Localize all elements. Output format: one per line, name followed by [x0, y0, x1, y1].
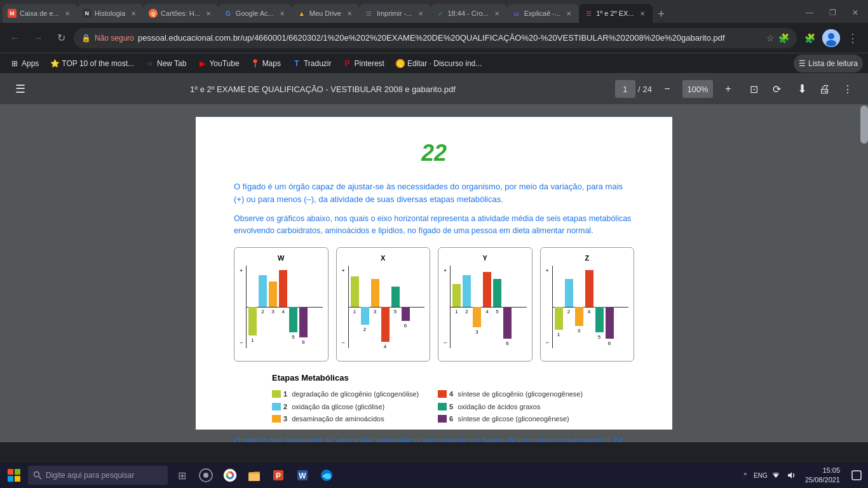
- tab-notion[interactable]: N Histologia ✕: [78, 4, 144, 23]
- top10-icon: ⭐: [50, 59, 59, 68]
- bookmark-youtube[interactable]: ▶ YouTube: [193, 57, 244, 71]
- tab-gmail-close[interactable]: ✕: [62, 8, 72, 18]
- svg-rect-6: [15, 476, 20, 482]
- chrome-menu-button[interactable]: ⋮: [843, 28, 863, 48]
- tab-clock-close[interactable]: ✕: [492, 8, 502, 18]
- pdf-scrollbar-thumb[interactable]: [860, 105, 868, 144]
- tab-pdf-label: 1º e 2º EX...: [596, 10, 634, 17]
- minimize-button[interactable]: —: [799, 3, 820, 23]
- tab-clock[interactable]: ✓ 18:44 - Cro... ✕: [431, 4, 507, 23]
- tray-language[interactable]: ENG: [754, 469, 767, 482]
- pdf-download-button[interactable]: ⬇: [792, 79, 812, 99]
- pdf-more-button[interactable]: ⋮: [837, 79, 858, 99]
- word-button[interactable]: W: [291, 464, 314, 487]
- tab-explicae[interactable]: ω Explicaê -... ✕: [507, 4, 579, 23]
- tab-imprimir[interactable]: ☰ Imprimir -... ✕: [360, 4, 431, 23]
- tab-cartoes[interactable]: Q Cartões: H... ✕: [144, 4, 219, 23]
- tab-clock-label: 18:44 - Cro...: [448, 10, 489, 17]
- task-view-button[interactable]: ⊞: [170, 464, 193, 487]
- svg-point-10: [203, 473, 208, 478]
- bookmark-top10-label: TOP 10 of the most...: [62, 59, 134, 68]
- tab-google-close[interactable]: ✕: [277, 8, 287, 18]
- tab-notion-close[interactable]: ✕: [128, 8, 139, 18]
- tray-volume[interactable]: [785, 469, 797, 482]
- start-button[interactable]: [3, 464, 25, 487]
- bookmark-translate-label: Traduzir: [304, 59, 332, 68]
- tab-explicae-close[interactable]: ✕: [564, 8, 574, 18]
- tab-gmail[interactable]: M Caixa de e... ✕: [3, 4, 78, 23]
- bar-x-1: 1: [351, 276, 359, 307]
- legend-color-3: [272, 415, 281, 423]
- tab-pdf-close[interactable]: ✕: [637, 8, 648, 18]
- chart-x-title: X: [342, 253, 425, 264]
- back-button[interactable]: ←: [5, 28, 25, 48]
- question-paragraph1: O fígado é um órgão capaz de ajustar-se …: [234, 180, 634, 205]
- bookmark-maps[interactable]: 📍 Maps: [246, 57, 286, 71]
- chrome-taskbar-button[interactable]: [219, 464, 241, 487]
- profile-button[interactable]: [822, 29, 840, 47]
- system-clock[interactable]: 15:05 25/08/2021: [803, 466, 843, 485]
- pdf-zoom-in-button[interactable]: +: [718, 79, 738, 99]
- tab-imprimir-close[interactable]: ✕: [416, 8, 426, 18]
- pdf-fit-page-button[interactable]: ⊡: [743, 79, 764, 99]
- reading-list-button[interactable]: ☰ Lista de leitura: [794, 55, 863, 72]
- reload-button[interactable]: ↻: [51, 28, 71, 48]
- pdf-content-area[interactable]: 22 O fígado é um órgão capaz de ajustar-…: [0, 104, 868, 442]
- edge-button[interactable]: [315, 464, 338, 487]
- bookmark-star-icon[interactable]: ☆: [766, 33, 775, 43]
- tab-cartoes-close[interactable]: ✕: [203, 8, 214, 18]
- tab-google[interactable]: G Google Ac... ✕: [219, 4, 292, 23]
- pdf-page-separator: /: [638, 85, 641, 94]
- tray-chevron[interactable]: ^: [739, 469, 752, 482]
- notification-icon: [851, 470, 862, 480]
- question-main-text: O gráfico que apresenta as alterações me…: [234, 435, 634, 443]
- pdf-page-input[interactable]: [615, 80, 635, 98]
- pdf-rotate-button[interactable]: ⟳: [766, 79, 787, 99]
- gmail-icon: M: [8, 9, 17, 18]
- clock-time: 15:05: [805, 466, 840, 475]
- bookmark-pinterest[interactable]: P Pinterest: [338, 57, 390, 71]
- forward-button[interactable]: →: [28, 28, 48, 48]
- bookmark-top10[interactable]: ⭐ TOP 10 of the most...: [45, 57, 139, 71]
- address-bar[interactable]: 🔒 Não seguro pessoal.educacional.com.br/…: [74, 28, 797, 48]
- pdf-icon: ☰: [584, 9, 593, 18]
- svg-point-2: [826, 40, 836, 46]
- chart-y: Y + − 1 2 3 4: [438, 247, 532, 362]
- bar-x-2: 2: [361, 307, 369, 325]
- maximize-button[interactable]: ❐: [822, 3, 843, 23]
- cortana-button[interactable]: [194, 464, 217, 487]
- bar-x-4: 4: [381, 307, 390, 342]
- powerpoint-button[interactable]: P: [267, 464, 290, 487]
- youtube-icon: ▶: [198, 59, 207, 68]
- pdf-scrollbar-track[interactable]: [860, 104, 868, 442]
- taskbar-right-area: ^ ENG 15:05 25/08/2021: [739, 466, 865, 485]
- taskbar-search-bar[interactable]: Digite aqui para pesquisar: [28, 466, 168, 485]
- tab-pdf[interactable]: ☰ 1º e 2º EX... ✕: [579, 4, 652, 23]
- clock-icon: ✓: [436, 9, 445, 18]
- bookmark-translate[interactable]: T Traduzir: [287, 57, 337, 71]
- pdf-page: 22 O fígado é um órgão capaz de ajustar-…: [196, 117, 672, 430]
- extensions-icon[interactable]: 🧩: [778, 33, 789, 43]
- tab-drive[interactable]: ▲ Meu Drive ✕: [292, 4, 360, 23]
- bar-z-2: 2: [565, 279, 573, 307]
- close-button[interactable]: ✕: [845, 3, 865, 23]
- powerpoint-icon: P: [271, 468, 285, 482]
- new-tab-button[interactable]: +: [653, 5, 670, 23]
- tab-drive-close[interactable]: ✕: [344, 8, 355, 18]
- pdf-zoom-input[interactable]: [682, 80, 713, 98]
- reading-list-label: Lista de leitura: [808, 59, 858, 68]
- bar-y-3: 3: [473, 307, 481, 327]
- security-icon: 🔒: [81, 34, 91, 43]
- notification-button[interactable]: [848, 466, 865, 484]
- tray-network[interactable]: [770, 469, 782, 482]
- file-explorer-button[interactable]: [243, 464, 266, 487]
- pdf-zoom-out-button[interactable]: −: [657, 79, 677, 99]
- clock-date: 25/08/2021: [805, 475, 840, 485]
- bookmark-apps[interactable]: ⊞ Apps: [5, 57, 44, 71]
- extensions-button[interactable]: 🧩: [799, 28, 820, 48]
- pdf-menu-button[interactable]: ☰: [10, 79, 31, 99]
- network-icon: [771, 470, 781, 480]
- pdf-print-button[interactable]: 🖨: [815, 79, 835, 99]
- bookmark-editar[interactable]: Q Editar · Discurso ind...: [391, 57, 487, 71]
- bookmark-newtab[interactable]: ○ New Tab: [140, 57, 191, 71]
